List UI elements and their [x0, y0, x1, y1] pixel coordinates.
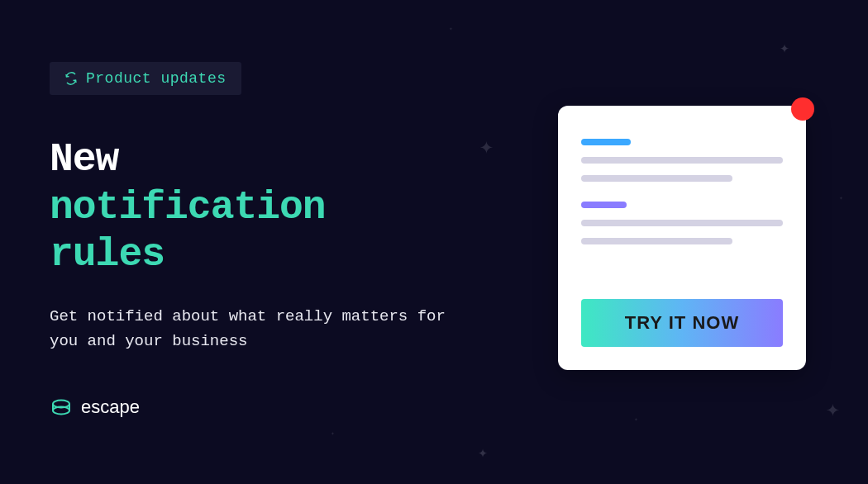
star-decoration-icon: ✦: [839, 194, 843, 202]
subtitle-text: Get notified about what really matters f…: [50, 304, 463, 354]
content-area: Product updates New notification rules G…: [50, 62, 463, 419]
notification-card: TRY IT NOW: [558, 106, 806, 370]
brand-logo: escape: [50, 396, 463, 419]
main-heading: New notification rules: [50, 136, 463, 279]
heading-line-3: rules: [50, 232, 165, 277]
star-decoration-icon: ✦: [479, 132, 494, 160]
placeholder-line: [581, 175, 732, 182]
placeholder-line: [581, 238, 732, 244]
star-decoration-icon: ✦: [331, 429, 335, 437]
refresh-icon: [64, 72, 78, 85]
category-badge: Product updates: [50, 62, 241, 95]
heading-line-1: New: [50, 137, 118, 182]
notification-dot-icon: [791, 97, 814, 121]
placeholder-line: [581, 157, 783, 164]
heading-line-2: notification: [50, 185, 326, 230]
star-decoration-icon: ✦: [449, 25, 453, 32]
star-decoration-icon: ✦: [780, 37, 789, 58]
star-decoration-icon: ✦: [478, 442, 488, 463]
placeholder-line: [581, 202, 627, 208]
star-decoration-icon: ✦: [634, 415, 638, 423]
badge-label: Product updates: [86, 70, 227, 87]
try-it-now-button[interactable]: TRY IT NOW: [581, 299, 783, 347]
logo-text: escape: [81, 396, 140, 418]
star-decoration-icon: ✦: [826, 395, 840, 423]
escape-logo-icon: [50, 396, 73, 419]
placeholder-line: [581, 139, 631, 145]
placeholder-line: [581, 220, 783, 226]
